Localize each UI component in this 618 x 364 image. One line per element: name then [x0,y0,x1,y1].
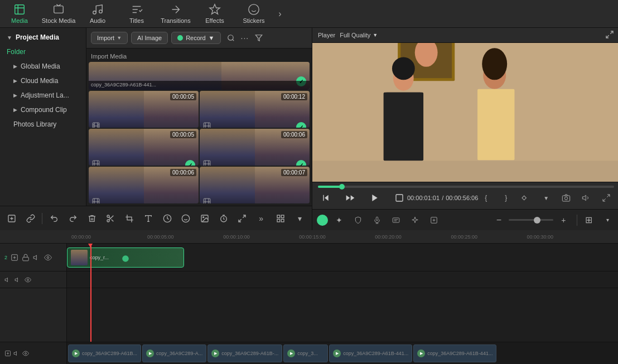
sidebar-item-label: Global Media [21,62,60,70]
preview-expand-icon[interactable] [605,30,614,40]
list-item[interactable]: 00:00:06 copy_36A9C289-A61B-441... [89,167,199,203]
settings-button[interactable]: ▾ [292,211,307,226]
delete-button[interactable] [85,211,99,226]
progress-bar[interactable] [318,186,614,188]
ai-image-button[interactable]: AI Image [131,32,168,44]
layout-chevron[interactable]: ▾ [600,212,615,228]
preview-header: Player Full Quality ▼ [312,28,618,43]
link-button[interactable] [23,211,38,226]
undo-button[interactable] [47,211,61,226]
bottom-track-audio[interactable] [13,350,20,357]
sidebar-item-adjustment-layer[interactable]: ▶ Adjustment La... [0,88,86,103]
list-item[interactable]: ▶ copy_36A9C289-A61B-... [207,344,282,362]
svg-marker-56 [583,195,586,200]
skip-back-button[interactable] [318,190,334,206]
list-item[interactable]: 00:00:05 copy_36A9C289-A61B-441... [89,91,199,128]
track-eye-icon2[interactable] [25,276,31,283]
image-button[interactable] [197,211,212,226]
filter-icon[interactable] [252,31,265,45]
mic-button[interactable] [369,212,385,228]
add-to-timeline-button[interactable] [4,211,19,226]
toolbar-audio[interactable]: Audio [78,0,117,27]
quality-label: Full Quality [340,32,370,38]
record-indicator-button[interactable] [317,215,328,226]
track-eye-icon[interactable] [44,254,52,261]
list-item[interactable]: 00:00:06 ✓ copy_36A9C289-A61B-441... [200,129,310,166]
svg-marker-51 [372,195,377,201]
toolbar-stock-media[interactable]: Stock Media [39,0,78,27]
quality-select[interactable]: Full Quality ▼ [340,32,378,38]
sidebar-item-photos-library[interactable]: Photos Library [0,117,86,132]
zoom-out-button[interactable]: − [491,212,506,228]
sidebar-item-compound-clip[interactable]: ▶ Compound Clip [0,103,86,117]
list-item[interactable]: 00:00:05 ✓ copy_36A9C289-A61B-441... [89,129,199,166]
sidebar-item-global-media[interactable]: ▶ Global Media [0,59,86,74]
caption-button[interactable] [388,212,404,228]
chevron-down-button[interactable]: ▼ [538,190,554,206]
layout-button[interactable]: ⊞ [581,212,596,228]
more-options-icon[interactable]: ··· [241,33,249,42]
in-point-button[interactable]: { [478,190,494,206]
cut-button[interactable] [104,211,118,226]
play-button[interactable] [367,190,383,206]
bottom-track-eye[interactable] [22,350,29,357]
zoom-slider[interactable] [509,219,553,221]
track-volume-icon2[interactable] [15,276,21,283]
list-item[interactable]: 00:00:07 copy_36A9C289-A61B-441... [200,167,310,203]
bottom-track-add[interactable] [4,350,11,357]
list-item[interactable]: ▶ copy_36A9C289-A61B-441... [413,344,496,362]
snapshot-button[interactable] [558,190,574,206]
list-item[interactable]: ▶ copy_36A9C289-A61B-441... [329,344,412,362]
grid-view-button[interactable] [273,211,288,226]
toolbar-media[interactable]: Media [0,0,39,27]
out-point-button[interactable]: } [498,190,514,206]
list-item[interactable]: ▶ copy_36A9C289-A... [142,344,206,362]
search-icon[interactable] [224,31,238,45]
track-lock-icon[interactable] [22,254,30,261]
audio-button[interactable] [578,190,594,206]
magic-button[interactable] [407,212,423,228]
clip-label: copy_r... [90,255,109,260]
sidebar-collapse-icon[interactable]: ▼ [7,35,12,41]
redo-button[interactable] [66,211,80,226]
emoji-button[interactable] [178,211,193,226]
playback-extra: { } ▼ [478,190,614,206]
toolbar-effects[interactable]: Effects [195,0,234,27]
timer-button[interactable] [216,211,231,226]
list-item[interactable]: ▶ copy_36A9C289-A61B... [68,344,141,362]
media-item-top[interactable]: ✓ copy_36A9C289-A61B-441... [89,62,310,90]
svg-marker-72 [33,255,36,259]
list-item[interactable]: 00:00:12 ✓ copy_8943C0BA-902B-40... [200,91,310,128]
record-button[interactable]: Record ▼ [171,32,220,44]
play-backward-button[interactable] [342,190,358,206]
sidebar-folder[interactable]: Folder [0,45,86,59]
track-clip[interactable]: copy_r... [67,247,184,268]
track-volume-icon[interactable] [33,254,41,261]
expand-button[interactable] [235,211,250,226]
zoom-in-button[interactable]: + [556,212,571,228]
import-button[interactable]: Import ▼ [91,32,128,44]
toolbar-titles[interactable]: Titles [117,0,156,27]
list-item[interactable]: ▶ copy_3... [283,344,328,362]
add-track-button[interactable] [426,212,442,228]
track-add-icon[interactable] [11,254,18,261]
clock-button[interactable] [160,211,175,226]
svg-rect-15 [204,198,210,203]
ruler-time-1: 00:00:05:00 [147,234,174,240]
sparkle-button[interactable]: ✦ [331,212,347,228]
clip-play-icon: ▶ [333,350,341,357]
track-add-icon2[interactable] [4,276,11,283]
toolbar-transitions[interactable]: Transitions [156,0,195,27]
svg-point-8 [228,35,233,40]
more-tools-button[interactable]: » [254,211,268,226]
keyframe-button[interactable] [518,190,534,206]
svg-line-58 [603,198,606,201]
sidebar-item-cloud-media[interactable]: ▶ Cloud Media [0,74,86,88]
shield-button[interactable] [350,212,366,228]
text-button[interactable] [141,211,156,226]
fullscreen-button[interactable] [598,190,614,206]
crop-button[interactable] [122,211,137,226]
stop-button[interactable] [392,190,407,206]
toolbar-stickers[interactable]: Stickers [234,0,273,27]
toolbar-more-button[interactable]: › [273,0,287,28]
